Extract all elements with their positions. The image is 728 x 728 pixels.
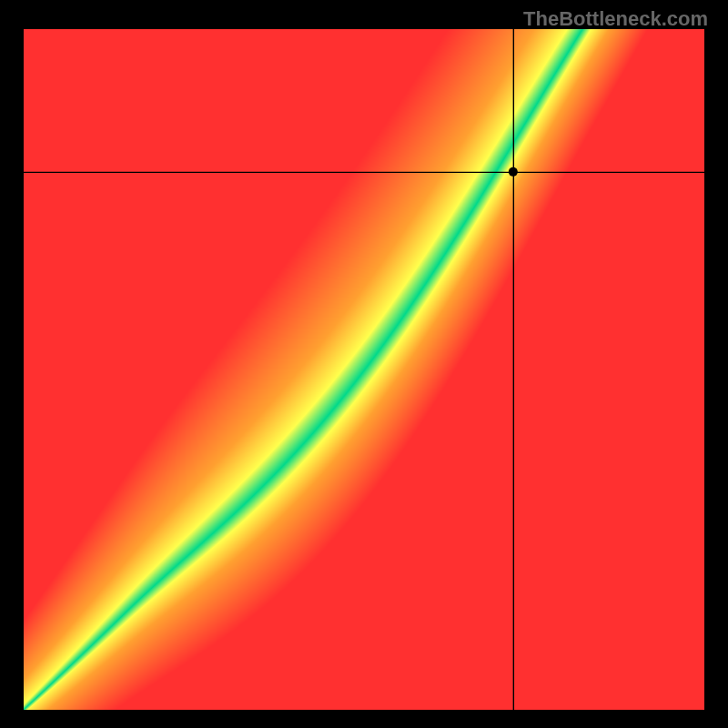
watermark-text: TheBottleneck.com bbox=[523, 7, 708, 31]
heatmap-canvas bbox=[24, 29, 704, 710]
